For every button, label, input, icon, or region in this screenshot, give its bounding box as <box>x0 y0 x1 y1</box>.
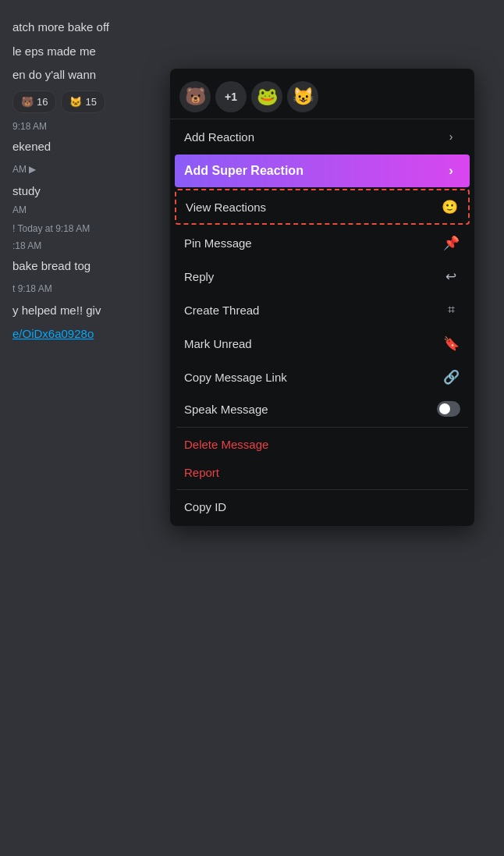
pin-icon: 📌 <box>442 233 460 252</box>
menu-add-super-reaction[interactable]: Add Super Reaction › <box>175 155 470 187</box>
menu-mark-unread[interactable]: Mark Unread 🔖 <box>175 327 470 360</box>
menu-view-reactions-label: View Reactions <box>186 201 434 214</box>
emoji-frog-btn[interactable]: 🐸 <box>251 81 282 112</box>
emoji-plus1-btn[interactable]: +1 <box>215 81 247 112</box>
menu-divider-1 <box>176 427 468 428</box>
chat-line-1: atch more bake off <box>0 16 504 40</box>
menu-delete-message-label: Delete Message <box>184 438 460 451</box>
menu-divider-2 <box>176 489 468 490</box>
thread-icon: ⌗ <box>442 300 460 319</box>
menu-copy-id-label: Copy ID <box>184 500 460 513</box>
speak-toggle[interactable] <box>437 401 460 417</box>
menu-reply[interactable]: Reply ↩ <box>175 260 470 293</box>
chat-line-2: le eps made me <box>0 40 504 64</box>
menu-reply-label: Reply <box>184 270 435 283</box>
emoji-cat-btn[interactable]: 😺 <box>287 81 318 112</box>
menu-copy-id[interactable]: Copy ID <box>175 493 470 520</box>
menu-view-reactions[interactable]: View Reactions 🙂 <box>175 189 470 225</box>
super-reaction-chevron-icon: › <box>442 162 460 180</box>
menu-create-thread-label: Create Thread <box>184 304 435 317</box>
menu-mark-unread-label: Mark Unread <box>184 337 435 350</box>
menu-delete-message[interactable]: Delete Message <box>175 431 470 458</box>
reaction-bear[interactable]: 🐻 16 <box>12 91 56 114</box>
bookmark-icon: 🔖 <box>442 334 460 353</box>
smiley-face-icon: 🙂 <box>440 197 459 216</box>
reaction-count-1: 16 <box>37 94 48 110</box>
menu-create-thread[interactable]: Create Thread ⌗ <box>175 293 470 326</box>
menu-pin-message[interactable]: Pin Message 📌 <box>175 226 470 259</box>
reaction-count-2: 15 <box>85 94 96 110</box>
reaction-cat[interactable]: 🐱 15 <box>61 91 105 114</box>
menu-copy-message-link[interactable]: Copy Message Link 🔗 <box>175 361 470 393</box>
menu-report-label: Report <box>184 466 460 479</box>
context-menu: 🐻 +1 🐸 😺 Add Reaction › Add Super Reacti… <box>170 69 474 526</box>
menu-add-super-reaction-label: Add Super Reaction <box>184 164 435 178</box>
menu-copy-message-link-label: Copy Message Link <box>184 371 435 384</box>
menu-speak-message-label: Speak Message <box>184 403 437 416</box>
menu-report[interactable]: Report <box>175 459 470 486</box>
emoji-bear-btn[interactable]: 🐻 <box>179 81 211 112</box>
reply-icon: ↩ <box>442 267 460 286</box>
chevron-right-icon: › <box>442 127 460 146</box>
menu-add-reaction-label: Add Reaction <box>184 130 435 144</box>
menu-add-reaction[interactable]: Add Reaction › <box>175 120 470 153</box>
link-icon: 🔗 <box>442 368 460 386</box>
menu-pin-message-label: Pin Message <box>184 236 435 250</box>
menu-speak-message[interactable]: Speak Message <box>175 394 470 424</box>
emoji-quick-row: 🐻 +1 🐸 😺 <box>170 73 474 119</box>
